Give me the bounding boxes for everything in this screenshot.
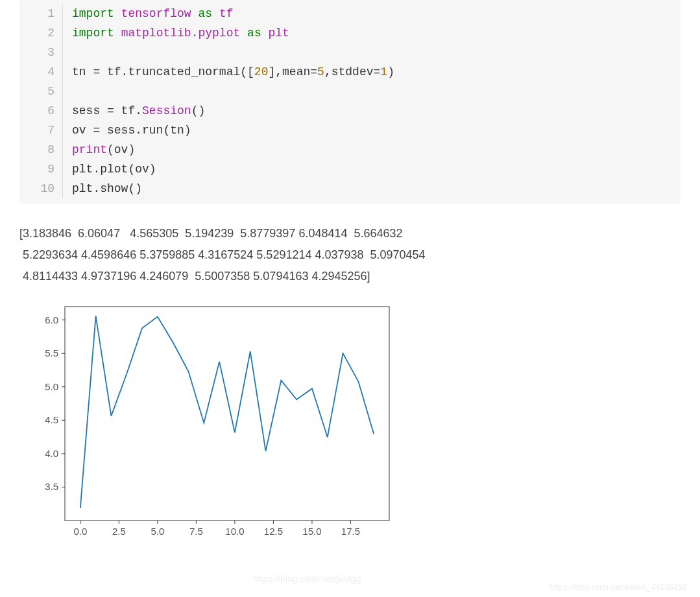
line-number: 8: [19, 140, 63, 159]
line-number: 6: [19, 101, 63, 121]
code-text: import matplotlib.pyplot as plt: [63, 23, 289, 43]
code-text: plt.show(): [63, 179, 142, 198]
watermark-inline: https://blog.csdn.net/justgg: [253, 574, 361, 584]
svg-text:6.0: 6.0: [45, 314, 58, 325]
code-block: 1import tensorflow as tf2import matplotl…: [19, 0, 681, 204]
svg-text:2.5: 2.5: [112, 526, 126, 537]
svg-text:15.0: 15.0: [302, 526, 321, 537]
code-text: tn = tf.truncated_normal([20],mean=5,std…: [63, 62, 394, 82]
code-line: 9plt.plot(ov): [19, 159, 681, 179]
line-number: 10: [19, 179, 63, 198]
svg-text:4.5: 4.5: [45, 414, 58, 425]
svg-text:0.0: 0.0: [73, 526, 87, 537]
stdout-output: [3.183846 6.06047 4.565305 5.194239 5.87…: [19, 223, 681, 287]
code-text: print(ov): [63, 140, 135, 159]
svg-text:17.5: 17.5: [341, 526, 360, 537]
chart-svg: 3.54.04.55.05.56.00.02.55.07.510.012.515…: [19, 300, 396, 546]
code-line: 3: [19, 43, 681, 62]
code-line: 8print(ov): [19, 140, 681, 159]
watermark-corner: https://blog.csdn.net/weixin_44145452: [549, 583, 687, 592]
svg-text:7.5: 7.5: [189, 526, 203, 537]
svg-text:12.5: 12.5: [264, 526, 283, 537]
code-line: 10plt.show(): [19, 179, 681, 198]
code-line: 6sess = tf.Session(): [19, 101, 681, 121]
code-text: ov = sess.run(tn): [63, 121, 191, 140]
svg-text:4.0: 4.0: [45, 448, 58, 459]
svg-text:5.0: 5.0: [151, 526, 164, 537]
code-line: 1import tensorflow as tf: [19, 4, 681, 23]
svg-text:10.0: 10.0: [225, 526, 244, 537]
code-text: sess = tf.Session(): [63, 101, 205, 121]
code-text: import tensorflow as tf: [63, 4, 234, 23]
code-line: 2import matplotlib.pyplot as plt: [19, 23, 681, 43]
line-number: 1: [19, 4, 63, 23]
svg-text:5.0: 5.0: [45, 381, 58, 392]
line-number: 5: [19, 82, 63, 101]
line-number: 7: [19, 121, 63, 140]
svg-text:3.5: 3.5: [45, 481, 58, 492]
line-number: 4: [19, 62, 63, 82]
code-text: [63, 82, 72, 101]
line-chart: 3.54.04.55.05.56.00.02.55.07.510.012.515…: [19, 300, 681, 546]
svg-rect-0: [65, 307, 389, 521]
code-line: 7ov = sess.run(tn): [19, 121, 681, 140]
svg-text:5.5: 5.5: [45, 347, 58, 358]
line-number: 2: [19, 23, 63, 43]
code-text: plt.plot(ov): [63, 159, 156, 179]
line-number: 3: [19, 43, 63, 62]
code-line: 5: [19, 82, 681, 101]
line-number: 9: [19, 159, 63, 179]
code-line: 4tn = tf.truncated_normal([20],mean=5,st…: [19, 62, 681, 82]
code-text: [63, 43, 72, 62]
